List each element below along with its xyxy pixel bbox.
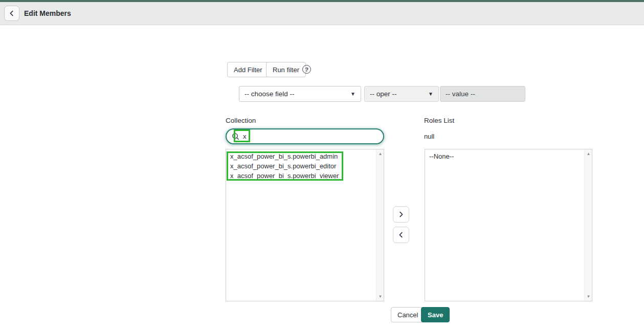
roles-list-item[interactable]: --None-- — [425, 151, 584, 161]
scroll-up-icon[interactable]: ▲ — [585, 150, 592, 158]
save-button[interactable]: Save — [421, 307, 450, 322]
chevron-right-icon — [397, 211, 405, 218]
roles-list-label: Roles List — [424, 117, 454, 124]
header-bar: Edit Members — [0, 0, 644, 25]
roles-scrollbar[interactable]: ▲ ▼ — [584, 149, 592, 301]
choose-field-value: -- choose field -- — [245, 90, 295, 98]
collection-search-box[interactable] — [226, 128, 384, 144]
add-filter-button[interactable]: Add Filter — [227, 62, 269, 77]
move-left-button[interactable] — [393, 227, 409, 243]
collection-list-item[interactable]: x_acsof_power_bi_s.powerbi_admin — [226, 151, 375, 161]
search-icon — [232, 133, 239, 140]
value-input[interactable] — [440, 86, 525, 102]
collection-list-item[interactable]: x_acsof_power_bi_s.powerbi_viewer — [226, 171, 375, 181]
scroll-down-icon[interactable]: ▼ — [376, 293, 384, 300]
help-icon[interactable]: ? — [302, 65, 311, 74]
move-right-button[interactable] — [393, 206, 409, 223]
operator-value: -- oper -- — [370, 90, 397, 98]
collection-list-item[interactable]: x_acsof_power_bi_s.powerbi_editor — [226, 161, 375, 171]
chevron-down-icon: ▼ — [350, 91, 356, 97]
collection-listbox[interactable]: x_acsof_power_bi_s.powerbi_admin x_acsof… — [226, 149, 384, 301]
choose-field-select[interactable]: -- choose field -- ▼ — [239, 86, 361, 102]
scroll-down-icon[interactable]: ▼ — [585, 293, 592, 300]
page-title: Edit Members — [24, 9, 71, 17]
chevron-down-icon: ▼ — [428, 91, 433, 97]
back-button[interactable] — [4, 6, 19, 21]
operator-select[interactable]: -- oper -- ▼ — [364, 86, 439, 102]
collection-label: Collection — [226, 117, 256, 124]
run-filter-button[interactable]: Run filter — [266, 62, 306, 77]
roles-listbox[interactable]: --None-- ▲ ▼ — [425, 149, 592, 301]
chevron-left-icon — [397, 231, 405, 238]
collection-search-input[interactable] — [243, 133, 378, 140]
chevron-left-icon — [8, 10, 15, 17]
cancel-button[interactable]: Cancel — [391, 307, 425, 322]
roles-null-text: null — [424, 133, 434, 140]
scroll-up-icon[interactable]: ▲ — [376, 150, 384, 158]
collection-scrollbar[interactable]: ▲ ▼ — [376, 149, 384, 301]
